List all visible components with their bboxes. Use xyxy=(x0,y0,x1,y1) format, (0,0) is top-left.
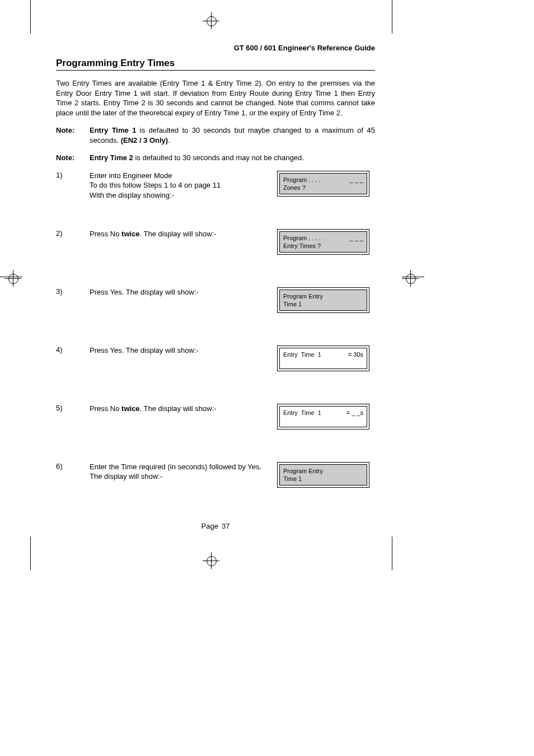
registration-mark xyxy=(203,552,219,569)
step-text: Press Yes. The display will show:- xyxy=(90,346,277,356)
step-row: 5)Press No twice. The display will show:… xyxy=(56,404,375,437)
lcd-line2: Entry Times ? xyxy=(283,242,363,250)
lcd-display: Entry Time 1= 30s xyxy=(277,346,375,372)
crop-mark xyxy=(30,0,31,34)
crop-mark xyxy=(392,536,392,570)
lcd-display: Program . . . ._ _ _Zones ? xyxy=(277,171,375,197)
step-text-pre: Enter the Time required (in seconds) fol… xyxy=(90,463,261,481)
step-text-pre: Press Yes. The display will show:- xyxy=(90,346,199,354)
lcd-display: Program EntryTime 1 xyxy=(277,462,375,488)
page-number: 37 xyxy=(222,522,229,530)
note-body: Entry Time 2 is defaulted to 30 seconds … xyxy=(90,153,375,163)
step-number: 3) xyxy=(56,287,90,296)
intro-paragraph: Two Entry Times are available (Entry Tim… xyxy=(56,78,375,118)
lcd-line2: Zones ? xyxy=(283,184,363,192)
step-number: 5) xyxy=(56,404,90,412)
step-text: Enter the Time required (in seconds) fol… xyxy=(90,462,277,482)
step-row: 1)Enter into Engineer Mode To do this fo… xyxy=(56,171,375,204)
note-label: Note: xyxy=(56,125,90,145)
step-row: 3)Press Yes. The display will show:-Prog… xyxy=(56,287,375,321)
page-content: GT 600 / 601 Engineer's Reference Guide … xyxy=(56,44,375,496)
step-number: 2) xyxy=(56,229,90,237)
lcd-line1-right: = 30s xyxy=(348,351,363,358)
note-label: Note: xyxy=(56,153,90,163)
step-text-pre: Press No xyxy=(90,404,121,413)
note-mid: is defaulted to 30 seconds and may not b… xyxy=(133,153,304,162)
step-text-pre: Press Yes. The display will show:- xyxy=(90,288,199,296)
section-title: Programming Entry Times xyxy=(56,58,375,71)
step-text-post: . The display will show:- xyxy=(140,230,217,238)
lcd-display: Entry Time 1= _ _s xyxy=(277,404,375,430)
note-lead: Entry Time 1 xyxy=(90,126,136,134)
lcd-display: Program EntryTime 1 xyxy=(277,287,375,314)
step-number: 1) xyxy=(56,171,90,179)
registration-mark xyxy=(4,270,21,287)
registration-mark xyxy=(203,12,219,29)
lcd-line1-right: _ _ _ xyxy=(350,234,363,242)
step-text-bold: twice xyxy=(121,404,140,413)
note-lead: Entry Time 2 xyxy=(90,153,133,162)
lcd-line1-left: Program Entry xyxy=(283,292,323,300)
lcd-line1-left: Entry Time 1 xyxy=(283,409,321,417)
lcd-line2 xyxy=(283,417,363,424)
step-text-post: . The display will show:- xyxy=(140,404,217,413)
registration-mark xyxy=(402,270,419,287)
step-text: Press No twice. The display will show:- xyxy=(90,229,277,239)
step-text-bold: twice xyxy=(121,230,140,238)
step-number: 6) xyxy=(56,462,90,470)
step-row: 6)Enter the Time required (in seconds) f… xyxy=(56,462,375,496)
note-row: Note: Entry Time 2 is defaulted to 30 se… xyxy=(56,153,375,163)
lcd-line1-right: = _ _s xyxy=(346,409,363,417)
running-head: GT 600 / 601 Engineer's Reference Guide xyxy=(56,44,375,52)
note-tail: . xyxy=(168,136,170,144)
step-row: 4)Press Yes. The display will show:-Entr… xyxy=(56,346,375,379)
step-text: Enter into Engineer Mode To do this foll… xyxy=(90,171,277,200)
crop-mark xyxy=(392,0,392,34)
lcd-line1-left: Program . . . . xyxy=(283,234,321,242)
note-body: Entry Time 1 is defaulted to 30 seconds … xyxy=(90,125,375,145)
step-number: 4) xyxy=(56,346,90,354)
step-text-pre: Enter into Engineer Mode To do this foll… xyxy=(90,171,221,199)
crop-mark xyxy=(30,536,31,570)
step-text: Press No twice. The display will show:- xyxy=(90,404,277,414)
note-row: Note: Entry Time 1 is defaulted to 30 se… xyxy=(56,125,375,145)
page-label: Page xyxy=(202,522,218,530)
note-tail-bold: (EN2 / 3 Only) xyxy=(121,136,168,144)
step-text: Press Yes. The display will show:- xyxy=(90,287,277,297)
lcd-line1-right: _ _ _ xyxy=(350,176,363,184)
lcd-line2: Time 1 xyxy=(283,300,363,308)
step-row: 2)Press No twice. The display will show:… xyxy=(56,229,375,263)
lcd-display: Program . . . ._ _ _Entry Times ? xyxy=(277,229,375,255)
lcd-line2: Time 1 xyxy=(283,475,363,483)
step-text-pre: Press No xyxy=(90,230,121,238)
lcd-line1-left: Program Entry xyxy=(283,467,323,475)
lcd-line2 xyxy=(283,358,363,366)
lcd-line1-left: Program . . . . xyxy=(283,176,321,184)
lcd-line1-left: Entry Time 1 xyxy=(283,351,321,358)
page-footer: Page37 xyxy=(56,522,375,530)
